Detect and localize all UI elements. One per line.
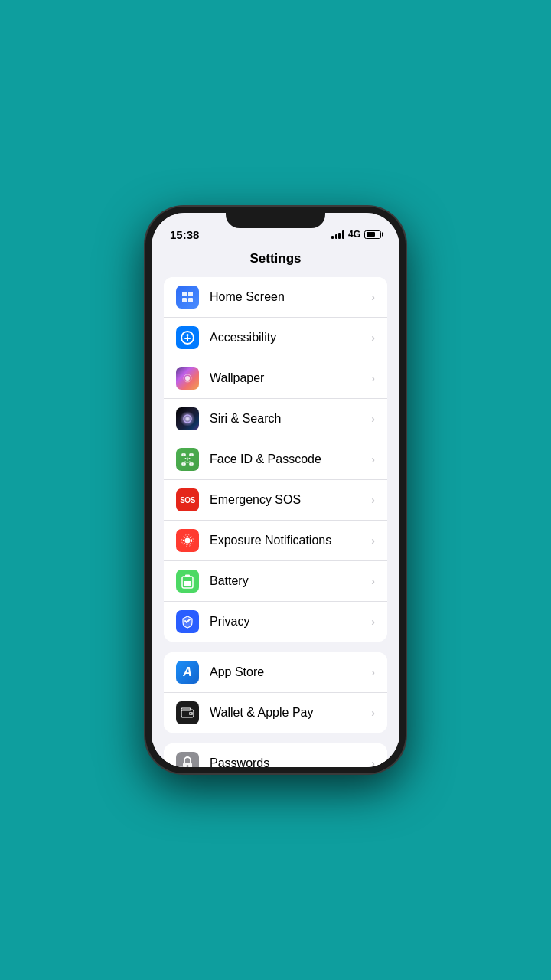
svg-rect-24 <box>184 581 191 586</box>
phone-frame: 15:38 4G Settings <box>145 207 406 773</box>
settings-item-faceid[interactable]: Face ID & Passcode › <box>164 439 387 480</box>
faceid-chevron: › <box>371 453 375 466</box>
settings-item-emergency[interactable]: SOS Emergency SOS › <box>164 480 387 521</box>
signal-icon <box>331 230 344 239</box>
accessibility-chevron: › <box>371 332 375 344</box>
wallet-label: Wallet & Apple Pay <box>210 706 371 720</box>
settings-item-wallpaper[interactable]: Wallpaper › <box>164 358 387 399</box>
battery-icon <box>364 230 381 239</box>
battery-label: Battery <box>210 574 371 588</box>
appstore-chevron: › <box>371 666 375 678</box>
accessibility-icon <box>176 326 199 349</box>
svg-point-19 <box>185 538 191 544</box>
passwords-label: Passwords <box>210 756 371 767</box>
svg-rect-12 <box>182 454 185 456</box>
svg-point-16 <box>185 458 187 459</box>
battery-chevron: › <box>371 575 375 587</box>
accessibility-label: Accessibility <box>210 331 371 345</box>
privacy-label: Privacy <box>210 615 371 629</box>
settings-list: Home Screen › Accessibility › <box>152 274 399 767</box>
status-time: 15:38 <box>170 228 199 241</box>
svg-rect-13 <box>190 454 193 456</box>
wallpaper-chevron: › <box>371 372 375 384</box>
appstore-label: App Store <box>210 665 371 679</box>
svg-point-8 <box>185 376 190 381</box>
faceid-label: Face ID & Passcode <box>210 452 371 466</box>
home-screen-chevron: › <box>371 291 375 303</box>
settings-item-exposure[interactable]: Exposure Notifications › <box>164 521 387 561</box>
settings-item-siri[interactable]: Siri & Search › <box>164 399 387 439</box>
svg-rect-3 <box>188 298 193 302</box>
svg-point-5 <box>187 334 189 336</box>
page-title: Settings <box>249 251 301 266</box>
settings-group-1: Home Screen › Accessibility › <box>164 277 387 642</box>
settings-item-privacy[interactable]: Privacy › <box>164 602 387 642</box>
settings-item-passwords[interactable]: Passwords › <box>164 743 387 767</box>
appstore-icon: A <box>176 661 199 684</box>
siri-chevron: › <box>371 413 375 425</box>
home-screen-icon <box>176 286 199 309</box>
siri-label: Siri & Search <box>210 412 371 426</box>
svg-rect-14 <box>182 463 185 465</box>
wallet-chevron: › <box>371 707 375 719</box>
svg-rect-2 <box>182 298 187 302</box>
settings-item-wallet[interactable]: Wallet & Apple Pay › <box>164 693 387 733</box>
wallet-icon <box>176 701 199 724</box>
svg-rect-1 <box>188 292 193 296</box>
home-screen-label: Home Screen <box>210 290 371 304</box>
settings-item-battery[interactable]: Battery › <box>164 561 387 602</box>
svg-point-11 <box>186 417 190 421</box>
battery-settings-icon <box>176 570 199 593</box>
svg-point-10 <box>184 415 191 423</box>
emergency-icon: SOS <box>176 488 199 511</box>
settings-group-3: Passwords › Mail › <box>164 743 387 767</box>
svg-rect-15 <box>190 463 193 465</box>
faceid-icon <box>176 448 199 471</box>
emergency-label: Emergency SOS <box>210 493 371 507</box>
siri-icon <box>176 407 199 430</box>
exposure-label: Exposure Notifications <box>210 534 371 547</box>
emergency-chevron: › <box>371 494 375 506</box>
network-label: 4G <box>348 229 360 240</box>
svg-rect-0 <box>182 292 187 296</box>
settings-item-appstore[interactable]: A App Store › <box>164 652 387 693</box>
passwords-chevron: › <box>371 757 375 767</box>
wallpaper-icon <box>176 367 199 390</box>
status-icons: 4G <box>331 229 381 240</box>
svg-point-17 <box>189 458 191 459</box>
svg-rect-23 <box>185 575 190 577</box>
phone-screen: 15:38 4G Settings <box>152 213 399 767</box>
svg-point-30 <box>187 765 189 767</box>
exposure-icon <box>176 529 199 552</box>
svg-point-28 <box>190 713 191 714</box>
nav-title-bar: Settings <box>152 247 399 274</box>
settings-item-home-screen[interactable]: Home Screen › <box>164 277 387 318</box>
notch <box>226 207 325 228</box>
privacy-icon <box>176 610 199 633</box>
settings-group-2: A App Store › Wallet & Apple Pay <box>164 652 387 733</box>
privacy-chevron: › <box>371 616 375 628</box>
wallpaper-label: Wallpaper <box>210 371 371 385</box>
exposure-chevron: › <box>371 534 375 547</box>
passwords-icon <box>176 752 199 767</box>
settings-item-accessibility[interactable]: Accessibility › <box>164 318 387 358</box>
